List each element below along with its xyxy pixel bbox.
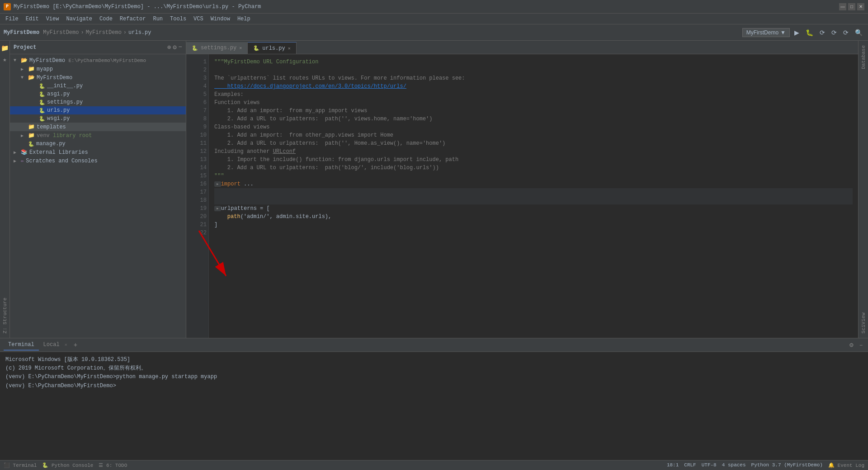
tree-item-external-libs[interactable]: ▶ 📚 External Libraries xyxy=(10,148,186,157)
folder-icon-templates: 📁 xyxy=(28,123,35,130)
title-bar-left: P MyFirstDemo [E:\PyCharmDemo\MyFirstDem… xyxy=(4,3,261,10)
terminal-minimize-button[interactable]: − xyxy=(858,341,864,349)
favorites-icon[interactable]: ★ xyxy=(2,54,7,65)
sciview-panel-btn[interactable]: SciView xyxy=(860,310,867,336)
tree-item-templates[interactable]: 📁 templates xyxy=(10,123,186,131)
tab-terminal[interactable]: Terminal xyxy=(4,340,39,351)
search-everywhere-button[interactable]: 🔍 xyxy=(853,28,864,37)
tree-label-external-libs: External Libraries xyxy=(29,149,88,156)
database-panel-btn[interactable]: Database xyxy=(860,43,867,72)
tree-arrow-scratches: ▶ xyxy=(14,158,19,164)
tree-item-asgi[interactable]: 🐍 asgi.py xyxy=(10,90,186,98)
menu-vcs[interactable]: VCS xyxy=(190,15,207,23)
sidebar-header-icons: ⊕ ⚙ − xyxy=(167,43,182,51)
sidebar: Project ⊕ ⚙ − ▼ 📂 MyFirstDemo E:\PyCharm… xyxy=(10,41,186,338)
fold-urlpatterns[interactable]: ▸ xyxy=(214,206,221,211)
menu-tools[interactable]: Tools xyxy=(166,15,190,23)
tree-arrow-myfirstdemo-dir: ▼ xyxy=(21,75,26,80)
minimize-button[interactable]: — xyxy=(839,3,846,10)
tree-item-myfirstdemo-dir[interactable]: ▼ 📂 MyFirstDemo xyxy=(10,73,186,82)
editor-area: 🐍 settings.py ✕ 🐍 urls.py ✕ 12345 678910… xyxy=(186,41,858,338)
py-icon-urls: 🐍 xyxy=(39,108,45,114)
tree-item-root[interactable]: ▼ 📂 MyFirstDemo E:\PyCharmDemo\MyFirstDe… xyxy=(10,56,186,65)
py-icon-wsgi: 🐍 xyxy=(39,116,45,122)
project-name: MyFirstDemo xyxy=(4,29,39,36)
tree-item-urls[interactable]: 🐍 urls.py xyxy=(10,106,186,114)
terminal-line-2: (c) 2019 Microsoft Corporation。保留所有权利。 xyxy=(5,364,863,373)
bottom-tab-terminal-status[interactable]: ⬛ Terminal xyxy=(4,462,37,468)
tree-arrow-venv: ▶ xyxy=(21,133,26,138)
menu-window[interactable]: Window xyxy=(207,15,234,23)
status-event-log[interactable]: 🔔 Event Log xyxy=(828,462,864,468)
terminal-content[interactable]: Microsoft Windows [版本 10.0.18362.535] (c… xyxy=(0,352,868,460)
run-config-button[interactable]: MyFirstDemo ▼ xyxy=(742,28,790,37)
menu-bar: File Edit View Navigate Code Refactor Ru… xyxy=(0,14,868,24)
tree-label-myapp: myapp xyxy=(37,66,53,72)
bottom-tab-python-console[interactable]: 🐍 Python Console xyxy=(42,462,93,468)
terminal-line-cmd: (venv) E:\PyCharmDemo\MyFirstDemo>python… xyxy=(5,373,863,381)
folder-icon-myfirstdemo-dir: 📂 xyxy=(28,74,35,81)
breadcrumb-file[interactable]: urls.py xyxy=(128,29,151,36)
terminal-settings-button[interactable]: ⚙ xyxy=(847,341,856,349)
menu-edit[interactable]: Edit xyxy=(22,15,42,23)
debug-button[interactable]: 🐛 xyxy=(804,28,815,37)
coverage-button[interactable]: ⟳ xyxy=(818,28,827,37)
menu-file[interactable]: File xyxy=(2,15,22,23)
collapse-icon[interactable]: − xyxy=(179,43,182,51)
maximize-button[interactable]: □ xyxy=(848,3,855,10)
locate-icon[interactable]: ⊕ xyxy=(167,43,171,51)
right-sidebar: Database SciView xyxy=(858,41,868,338)
menu-view[interactable]: View xyxy=(42,15,63,23)
bottom-tab-todo[interactable]: ☰ 6: TODO xyxy=(99,462,127,468)
status-position[interactable]: 18:1 xyxy=(667,462,679,468)
profile-button[interactable]: ⟳ xyxy=(830,28,839,37)
menu-refactor[interactable]: Refactor xyxy=(116,15,150,23)
tree-label-scratches: Scratches and Consoles xyxy=(26,158,97,164)
menu-run[interactable]: Run xyxy=(149,15,166,23)
status-indent[interactable]: 4 spaces xyxy=(722,462,746,468)
breadcrumb-sep2: › xyxy=(123,29,127,36)
tab-local[interactable]: Local ✕ xyxy=(39,340,72,351)
tab-settings-label: settings.py xyxy=(201,45,236,51)
close-button[interactable]: ✕ xyxy=(857,3,864,10)
py-icon-asgi: 🐍 xyxy=(39,91,45,97)
code-content[interactable]: """MyFirstDemo URL Configuration The `ur… xyxy=(209,54,858,338)
tab-settings-close[interactable]: ✕ xyxy=(239,45,242,51)
tree-item-scratches[interactable]: ▶ ✏ Scratches and Consoles xyxy=(10,157,186,165)
settings-icon[interactable]: ⚙ xyxy=(173,43,176,51)
tab-settings[interactable]: 🐍 settings.py ✕ xyxy=(186,42,248,54)
tree-item-wsgi[interactable]: 🐍 wsgi.py xyxy=(10,114,186,123)
toolbar: MyFirstDemo MyFirstDemo › MyFirstDemo › … xyxy=(0,24,868,41)
tree-item-manage[interactable]: 🐍 manage.py xyxy=(10,140,186,148)
project-tool-icon[interactable]: 📁 xyxy=(0,43,9,54)
window-title: MyFirstDemo [E:\PyCharmDemo\MyFirstDemo]… xyxy=(14,4,261,10)
breadcrumb-mid[interactable]: MyFirstDemo xyxy=(86,29,122,36)
build-button[interactable]: ⟳ xyxy=(841,28,850,37)
tree-label-wsgi: wsgi.py xyxy=(47,115,70,122)
toolbar-right: MyFirstDemo ▼ ▶ 🐛 ⟳ ⟳ ⟳ 🔍 xyxy=(742,28,864,37)
tab-urls-close[interactable]: ✕ xyxy=(288,46,291,51)
add-terminal-button[interactable]: + xyxy=(72,342,79,349)
breadcrumb: MyFirstDemo › MyFirstDemo › urls.py xyxy=(43,29,151,36)
fold-import[interactable]: ▸ xyxy=(214,181,221,187)
py-icon-init: 🐍 xyxy=(39,83,45,89)
tree-item-settings[interactable]: 🐍 settings.py xyxy=(10,98,186,106)
window-controls: — □ ✕ xyxy=(839,3,864,10)
status-line-endings[interactable]: CRLF xyxy=(684,462,696,468)
tree-item-myapp[interactable]: ▶ 📁 myapp xyxy=(10,65,186,73)
menu-code[interactable]: Code xyxy=(96,15,116,23)
py-icon-settings: 🐍 xyxy=(39,100,45,105)
breadcrumb-root[interactable]: MyFirstDemo xyxy=(43,29,79,36)
menu-navigate[interactable]: Navigate xyxy=(62,15,96,23)
status-encoding[interactable]: UTF-8 xyxy=(702,462,717,468)
tree-label-myfirstdemo-dir: MyFirstDemo xyxy=(37,75,72,81)
local-tab-close-icon[interactable]: ✕ xyxy=(65,342,67,347)
menu-help[interactable]: Help xyxy=(234,15,254,23)
tab-urls[interactable]: 🐍 urls.py ✕ xyxy=(248,42,296,54)
terminal-tabs: Terminal Local ✕ + ⚙ − xyxy=(0,338,868,352)
tree-item-venv[interactable]: ▶ 📁 venv library root xyxy=(10,131,186,140)
structure-btn[interactable]: Z: Structure xyxy=(1,295,9,336)
run-button[interactable]: ▶ xyxy=(793,28,801,37)
tree-item-init[interactable]: 🐍 __init__.py xyxy=(10,82,186,90)
status-python-version[interactable]: Python 3.7 (MyFirstDemo) xyxy=(751,462,823,468)
